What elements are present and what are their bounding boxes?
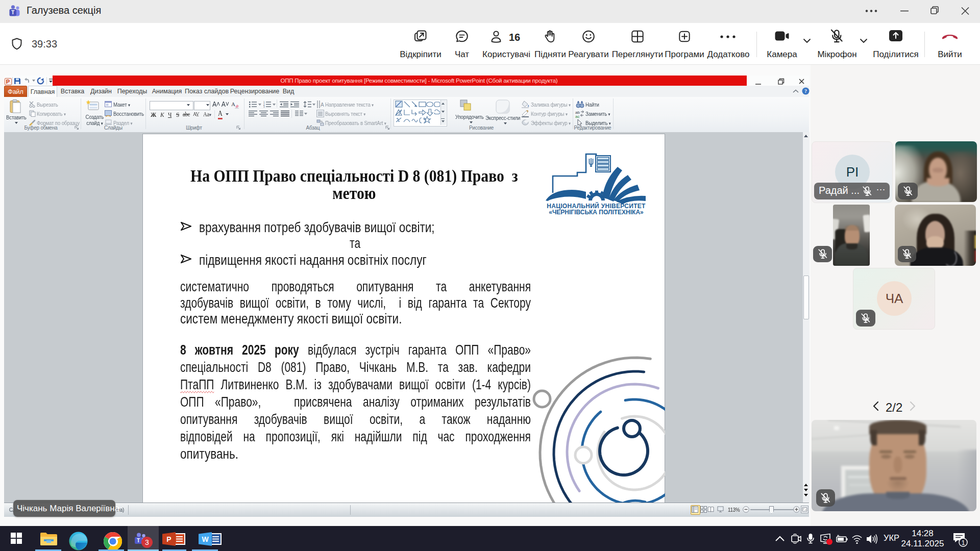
svg-text:T: T (137, 538, 140, 543)
svg-text:W: W (202, 535, 209, 543)
svg-text:A: A (231, 101, 235, 107)
svg-text:3: 3 (263, 106, 265, 108)
svg-text:?: ? (804, 88, 807, 94)
svg-text:A: A (321, 102, 324, 108)
svg-text:ac: ac (575, 114, 579, 118)
svg-text:P: P (166, 535, 171, 543)
svg-text:1: 1 (962, 539, 965, 546)
svg-text:«ЧЕРНІГІВСЬКА ПОЛІТЕХНІКА»: «ЧЕРНІГІВСЬКА ПОЛІТЕХНІКА» (549, 209, 644, 215)
svg-text:T: T (11, 9, 15, 15)
